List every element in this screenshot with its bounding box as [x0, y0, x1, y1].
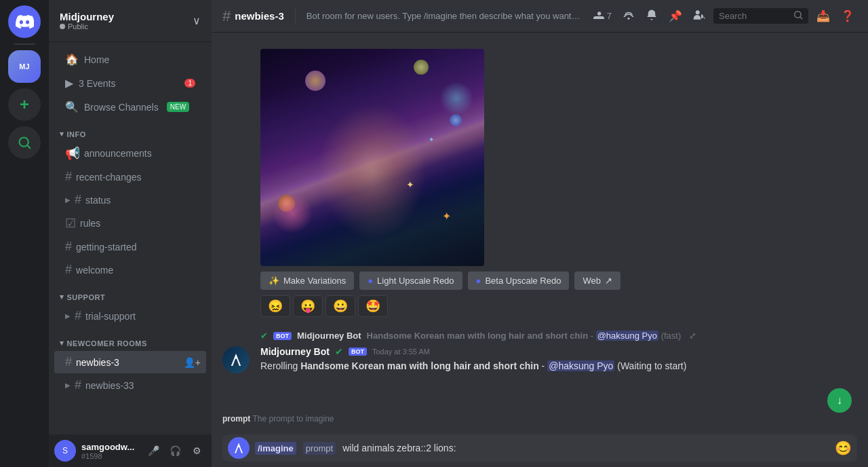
reaction-btn-2[interactable]: 😀: [326, 295, 355, 317]
light-upscale-redo-button[interactable]: ● Light Upscale Redo: [359, 272, 462, 290]
make-variations-button[interactable]: ✨ Make Variations: [260, 272, 354, 290]
username: samgoodw...: [81, 442, 138, 452]
bot-badge: BOT: [349, 348, 367, 356]
bell-icon[interactable]: [643, 6, 660, 26]
prompt-description: The prompt to imagine: [252, 414, 334, 424]
input-bar: /imagine prompt 😊: [212, 429, 868, 467]
channel-newbies-3[interactable]: # newbies-3 👤+: [54, 351, 206, 373]
prev-message-header: ✔ BOT Midjourney Bot Handsome Korean man…: [222, 328, 857, 341]
channel-sidebar: Midjourney Public ∨ 🏠 Home ▶ 3 Events 1 …: [49, 0, 212, 467]
browse-new-badge: NEW: [167, 102, 189, 112]
verified-icon-small: ✔: [260, 331, 268, 341]
topbar-hash-icon: #: [222, 7, 231, 25]
message-image: ✦ ✦ ✦: [260, 49, 857, 266]
explore-icon[interactable]: [8, 126, 41, 159]
member-count: 7: [591, 8, 614, 24]
add-server-icon[interactable]: +: [8, 88, 41, 121]
input-avatar: [228, 437, 250, 459]
channel-announcements[interactable]: 📢 announcements: [54, 142, 206, 165]
user-controls: 🎤 🎧 ⚙: [144, 441, 206, 460]
check-icon: ☑: [65, 216, 76, 231]
discord-icon[interactable]: [8, 5, 41, 38]
section-info[interactable]: ▾ INFO: [49, 119, 212, 141]
channel-newbies-3-label: newbies-3: [76, 357, 119, 368]
add-member-icon: 👤+: [184, 357, 201, 368]
reaction-btn-0[interactable]: 😖: [260, 295, 290, 317]
help-icon[interactable]: ❓: [838, 7, 857, 25]
web-label: Web: [583, 276, 601, 286]
hash-icon-n33: #: [75, 378, 81, 392]
rerolling-bold: Handsome Korean man with long hair and s…: [300, 360, 539, 371]
channel-trial-support[interactable]: ▶ # trial-support: [54, 305, 206, 327]
messages-area: ✦ ✦ ✦ ✨ Make Variations ● Light Upscale …: [212, 33, 868, 411]
server-name: Midjourney: [60, 11, 114, 22]
rerolling-prefix: Rerolling: [260, 360, 300, 371]
rerolling-suffix: (Waiting to start): [614, 360, 686, 371]
message-input[interactable]: [342, 443, 829, 453]
server-header[interactable]: Midjourney Public ∨: [49, 0, 212, 42]
nav-events[interactable]: ▶ 3 Events 1: [54, 71, 206, 95]
section-newcomer-arrow: ▾: [60, 339, 64, 348]
trial-collapse-arrow: ▶: [65, 312, 71, 320]
prev-msg-text: Handsome Korean man with long hair and s…: [367, 331, 682, 341]
channel-welcome[interactable]: # welcome: [54, 259, 206, 281]
channel-getting-started[interactable]: # getting-started: [54, 236, 206, 258]
user-avatar: S: [54, 440, 76, 462]
channel-getting-started-label: getting-started: [76, 242, 137, 253]
hash-icon-n3: #: [65, 355, 72, 369]
topbar-divider: [295, 8, 296, 24]
channel-status[interactable]: ▶ # status: [54, 189, 206, 211]
user-info: samgoodw... #1598: [81, 442, 138, 460]
channel-status-label: status: [85, 195, 111, 206]
section-newcomer[interactable]: ▾ NEWCOMER ROOMS: [49, 328, 212, 350]
prompt-info-bar: prompt The prompt to imagine: [212, 411, 868, 429]
nav-events-label: 3 Events: [79, 78, 115, 89]
bot-badge-small: BOT: [273, 332, 292, 340]
make-variations-label: Make Variations: [283, 276, 346, 286]
settings-button[interactable]: ⚙: [187, 441, 206, 460]
mj-logo: [228, 352, 244, 368]
search-container: [713, 8, 808, 24]
reaction-btn-3[interactable]: 🤩: [358, 295, 388, 317]
image-message-content: ✦ ✦ ✦ ✨ Make Variations ● Light Upscale …: [260, 43, 857, 317]
signal-icon[interactable]: [620, 6, 637, 26]
chevron-down-icon: ∨: [193, 14, 201, 27]
external-link-icon: ↗: [605, 276, 612, 286]
channel-recent-changes[interactable]: # recent-changes: [54, 166, 206, 188]
members-icon[interactable]: [690, 6, 708, 26]
imagine-command: /imagine: [255, 442, 296, 455]
action-buttons: ✨ Make Variations ● Light Upscale Redo ●…: [260, 272, 857, 290]
svg-point-6: [235, 356, 237, 359]
nav-home-label: Home: [84, 54, 109, 65]
topbar-description: Bot room for new users. Type /imagine th…: [307, 11, 583, 21]
channel-trial-support-label: trial-support: [85, 311, 136, 322]
expand-icon[interactable]: ⤢: [689, 331, 696, 341]
light-upscale-icon: ●: [368, 276, 373, 286]
server-divider: [14, 43, 35, 45]
bot-avatar: [222, 346, 250, 373]
nav-browse[interactable]: 🔍 Browse Channels NEW: [54, 95, 206, 119]
rerolling-header: Midjourney Bot ✔ BOT Today at 3:55 AM: [260, 346, 857, 357]
web-button[interactable]: Web ↗: [574, 272, 620, 290]
midjourney-server-icon[interactable]: MJ: [8, 50, 41, 83]
pin-icon[interactable]: 📌: [666, 7, 685, 25]
variations-icon: ✨: [269, 276, 279, 286]
hash-icon-status: #: [75, 193, 81, 207]
nav-home[interactable]: 🏠 Home: [54, 48, 206, 71]
microphone-button[interactable]: 🎤: [144, 441, 163, 460]
headset-button[interactable]: 🎧: [165, 441, 184, 460]
reaction-btn-1[interactable]: 😛: [293, 295, 323, 317]
channel-newbies-33[interactable]: ▶ # newbies-33: [54, 374, 206, 396]
server-sidebar: MJ +: [0, 0, 49, 467]
hash-icon-gs: #: [65, 240, 72, 254]
rerolling-author: Midjourney Bot: [260, 346, 330, 357]
emoji-picker-icon[interactable]: 😊: [835, 440, 852, 456]
section-support[interactable]: ▾ SUPPORT: [49, 282, 212, 304]
channel-rules[interactable]: ☑ rules: [54, 212, 206, 235]
beta-upscale-redo-button[interactable]: ● Beta Upscale Redo: [468, 272, 570, 290]
inbox-icon[interactable]: 📥: [814, 7, 833, 25]
scroll-to-bottom-button[interactable]: ↓: [827, 388, 852, 413]
search-icon: [791, 7, 806, 25]
topbar-channel: # newbies-3: [222, 7, 284, 25]
reaction-buttons: 😖 😛 😀 🤩: [260, 295, 857, 317]
